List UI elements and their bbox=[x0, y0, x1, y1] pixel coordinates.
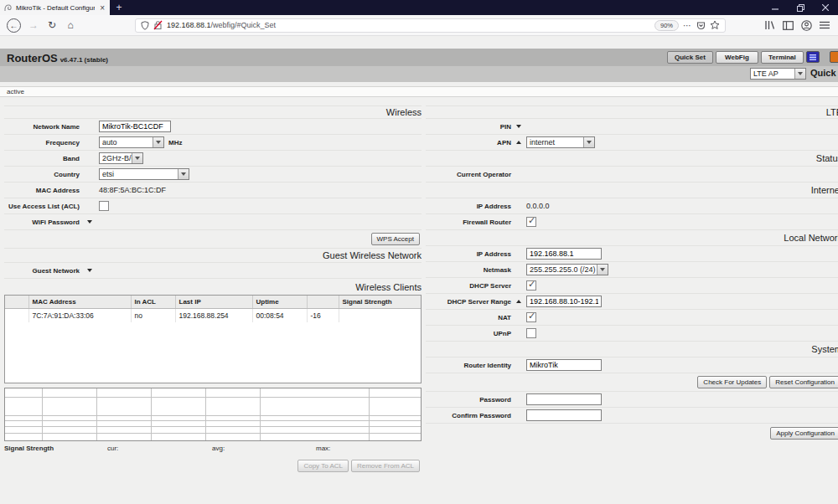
reset-configuration-button[interactable]: Reset Configuration bbox=[769, 376, 838, 388]
country-select[interactable]: etsi bbox=[99, 168, 189, 180]
signal-strength-label: Signal Strength bbox=[4, 445, 54, 452]
remove-from-acl-button[interactable]: Remove From ACL bbox=[351, 460, 420, 472]
password-row: Password bbox=[426, 391, 838, 407]
firewall-router-row: Firewall Router bbox=[426, 213, 838, 229]
acl-buttons-row: Copy To ACL Remove From ACL bbox=[4, 456, 422, 475]
pocket-icon[interactable] bbox=[696, 21, 706, 30]
view-buttons: Quick Set WebFig Terminal bbox=[667, 51, 804, 64]
chevron-down-icon bbox=[153, 137, 163, 147]
url-text[interactable]: 192.168.88.1/webfig/#Quick_Set bbox=[167, 21, 650, 29]
back-icon[interactable]: ← bbox=[7, 18, 21, 33]
router-identity-input[interactable] bbox=[526, 359, 602, 371]
col-last-ip: Last IP bbox=[175, 296, 252, 309]
firewall-router-checkbox[interactable] bbox=[526, 217, 536, 227]
restore-button[interactable] bbox=[788, 0, 813, 15]
client-in-acl: no bbox=[131, 309, 175, 323]
client-signal-value: -16 bbox=[307, 309, 339, 323]
logout-icon-button[interactable] bbox=[830, 51, 838, 63]
clients-header-row: MAC Address In ACL Last IP Uptime Signal… bbox=[5, 296, 421, 309]
browser-tab[interactable]: MikroTik - Default Configuratio × bbox=[0, 0, 110, 15]
account-icon[interactable] bbox=[801, 20, 812, 31]
expand-toggle-icon[interactable] bbox=[87, 220, 92, 224]
upnp-checkbox[interactable] bbox=[526, 328, 536, 338]
new-tab-button[interactable]: + bbox=[110, 0, 128, 15]
reload-icon[interactable]: ↻ bbox=[44, 19, 59, 31]
menu-hamburger-icon[interactable] bbox=[820, 21, 830, 29]
netmask-select[interactable]: 255.255.255.0 (/24) bbox=[526, 264, 608, 275]
wps-row: WPS Accept bbox=[4, 229, 422, 248]
sidebar-icon[interactable] bbox=[783, 21, 794, 30]
page-title: Quick Set bbox=[810, 68, 838, 78]
home-icon[interactable]: ⌂ bbox=[63, 19, 78, 31]
pin-row: PIN bbox=[426, 118, 838, 134]
collapse-toggle-icon[interactable] bbox=[516, 141, 521, 144]
frequency-unit: MHz bbox=[168, 139, 182, 147]
band-row: Band 2GHz-B/G/N bbox=[4, 150, 422, 166]
expand-toggle-icon[interactable] bbox=[516, 125, 521, 128]
zoom-level-badge[interactable]: 90% bbox=[654, 20, 679, 31]
check-for-updates-button[interactable]: Check For Updates bbox=[697, 376, 767, 388]
apply-configuration-button[interactable]: Apply Configuration bbox=[770, 427, 838, 440]
client-mac: 7C:7A:91:DA:33:06 bbox=[28, 309, 131, 323]
use-access-list-checkbox[interactable] bbox=[99, 201, 109, 211]
winbox-icon-button[interactable] bbox=[806, 51, 820, 63]
password-input[interactable] bbox=[526, 393, 602, 405]
col-in-acl: In ACL bbox=[131, 296, 175, 309]
status-heading: Status bbox=[426, 150, 838, 166]
client-row[interactable]: 7C:7A:91:DA:33:06 no 192.168.88.254 00:0… bbox=[5, 309, 421, 323]
browser-toolbar: ← → ↻ ⌂ 192.168.88.1/webfig/#Quick_Set 9… bbox=[0, 15, 838, 36]
cur-label: cur: bbox=[107, 445, 118, 452]
apn-select[interactable]: internet bbox=[526, 136, 595, 148]
collapse-toggle-icon[interactable] bbox=[516, 300, 521, 303]
nat-checkbox[interactable] bbox=[526, 312, 536, 322]
netmask-row: Netmask 255.255.255.0 (/24) bbox=[426, 261, 838, 277]
wps-accept-button[interactable]: WPS Accept bbox=[371, 233, 420, 245]
acl-row: Use Access List (ACL) bbox=[4, 198, 422, 213]
routeros-brand: RouterOSv6.47.1 (stable) bbox=[7, 52, 108, 64]
forward-icon[interactable]: → bbox=[26, 19, 41, 31]
frequency-select[interactable]: auto bbox=[99, 136, 164, 148]
local-ip-input[interactable] bbox=[526, 248, 602, 260]
page-actions-icon[interactable]: ⋯ bbox=[683, 21, 692, 30]
url-bar[interactable]: 192.168.88.1/webfig/#Quick_Set 90% ⋯ bbox=[135, 18, 726, 33]
close-button[interactable] bbox=[813, 0, 838, 15]
library-icon[interactable] bbox=[764, 20, 775, 30]
webfig-button[interactable]: WebFig bbox=[716, 51, 758, 64]
apply-row: Apply Configuration bbox=[426, 423, 838, 443]
dhcp-range-row: DHCP Server Range bbox=[426, 293, 838, 309]
minimize-button[interactable] bbox=[763, 0, 788, 15]
terminal-button[interactable]: Terminal bbox=[761, 51, 804, 64]
internet-ip-row: IP Address 0.0.0.0 bbox=[426, 198, 838, 213]
quick-set-button[interactable]: Quick Set bbox=[667, 51, 713, 64]
guest-network-row: Guest Network bbox=[4, 262, 422, 278]
window-controls bbox=[763, 0, 838, 15]
mac-address-value: 48:8F:5A:BC:1C:DF bbox=[99, 186, 166, 194]
network-name-input[interactable] bbox=[99, 121, 171, 132]
confirm-password-input[interactable] bbox=[526, 409, 602, 421]
band-select[interactable]: 2GHz-B/G/N bbox=[99, 152, 143, 164]
apn-row: APN internet bbox=[426, 134, 838, 150]
copy-to-acl-button[interactable]: Copy To ACL bbox=[297, 460, 349, 472]
expand-toggle-icon[interactable] bbox=[87, 269, 92, 272]
signal-graph-legend: Signal Strength cur: avg: max: bbox=[4, 441, 422, 456]
dhcp-range-input[interactable] bbox=[526, 296, 602, 307]
shield-icon[interactable] bbox=[141, 21, 149, 30]
dhcp-server-checkbox[interactable] bbox=[526, 280, 536, 291]
insecure-lock-icon[interactable] bbox=[153, 20, 163, 30]
network-name-row: Network Name bbox=[4, 118, 422, 134]
avg-label: avg: bbox=[212, 445, 225, 452]
col-signal: Signal Strength bbox=[339, 296, 421, 309]
lte-heading: LTE bbox=[426, 105, 838, 118]
status-bar: active bbox=[0, 86, 838, 97]
mikrotik-favicon bbox=[3, 3, 13, 13]
mode-select[interactable]: LTE AP bbox=[750, 68, 806, 80]
webfig-page: RouterOSv6.47.1 (stable) Quick Set WebFi… bbox=[0, 36, 838, 504]
bookmark-star-icon[interactable] bbox=[710, 20, 720, 30]
chevron-down-icon bbox=[794, 69, 805, 79]
dhcp-server-row: DHCP Server bbox=[426, 277, 838, 293]
max-label: max: bbox=[316, 445, 330, 452]
frequency-row: Frequency auto MHz bbox=[4, 134, 422, 150]
router-identity-row: Router Identity bbox=[426, 357, 838, 373]
tab-close-icon[interactable]: × bbox=[98, 3, 106, 13]
guest-wireless-heading: Guest Wireless Network bbox=[4, 248, 422, 262]
